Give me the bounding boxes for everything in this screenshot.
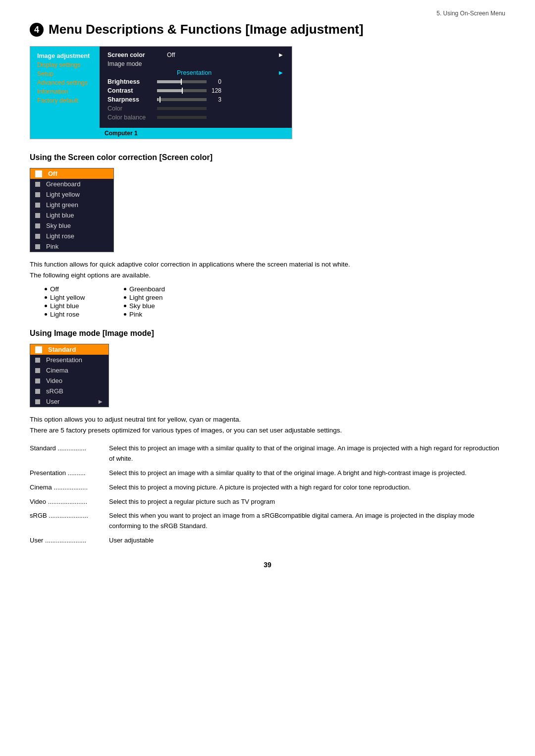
desc-table-row: sRGB ......................Select this w… [30, 511, 505, 532]
page-number: 39 [30, 561, 505, 569]
image-mode-option[interactable]: Presentation [30, 355, 108, 365]
osd-menu-diagram: Image adjustmentDisplay settingsSetupAdv… [30, 46, 292, 139]
osd-row: Color balance [107, 114, 284, 121]
header-text: 5. Using On-Screen Menu [436, 10, 505, 17]
screen-color-option[interactable]: Light green [30, 200, 113, 210]
osd-sidebar-item: Factory default [37, 96, 93, 105]
screen-color-option[interactable]: Light rose [30, 231, 113, 241]
title-bullet: 4 [30, 23, 44, 37]
image-mode-desc-table: Standard ................Select this to … [30, 443, 505, 545]
osd-row: Screen colorOff► [107, 52, 284, 58]
screen-color-desc: This function allows for quick adaptive … [30, 259, 505, 280]
title-text: Menu Descriptions & Functions [Image adj… [49, 22, 364, 37]
osd-row: Presentation► [107, 69, 284, 76]
osd-sidebar-item: Information [37, 87, 93, 96]
osd-content: Screen colorOff►Image modePresentation►B… [100, 47, 292, 128]
osd-sidebar: Image adjustmentDisplay settingsSetupAdv… [30, 47, 100, 139]
image-mode-option[interactable]: User► [30, 396, 108, 407]
screen-color-option[interactable]: Light blue [30, 210, 113, 220]
screen-color-bullet-list: OffGreenboardLight yellowLight greenLigh… [45, 285, 505, 318]
osd-sidebar-item: Advanced settings [37, 78, 93, 87]
screen-color-option[interactable]: Greenboard [30, 179, 113, 189]
image-mode-option[interactable]: Video [30, 376, 108, 386]
osd-row: Sharpness 3 [107, 96, 284, 103]
image-mode-desc: This option allows you to adjust neutral… [30, 414, 505, 435]
desc-table-row: Cinema ...................Select this to… [30, 483, 505, 493]
desc-table-row: Presentation ..........Select this to pr… [30, 468, 505, 479]
osd-row: Contrast 128 [107, 87, 284, 94]
screen-color-option[interactable]: Light yellow [30, 189, 113, 200]
osd-row: Color [107, 105, 284, 112]
bullet-item: Light yellow [45, 294, 124, 301]
bullet-item: Light green [124, 294, 203, 301]
bullet-item: Greenboard [124, 285, 203, 293]
page-header: 5. Using On-Screen Menu [30, 10, 505, 17]
screen-color-option[interactable]: Pink [30, 241, 113, 252]
page-title: 4 Menu Descriptions & Functions [Image a… [30, 22, 505, 37]
screen-color-section-title: Using the Screen color correction [Scree… [30, 153, 505, 162]
desc-table-row: Video ......................Select this … [30, 497, 505, 507]
screen-color-option[interactable]: Off [30, 168, 113, 179]
image-mode-dropdown[interactable]: StandardPresentationCinemaVideosRGBUser► [30, 344, 109, 407]
image-mode-option[interactable]: sRGB [30, 386, 108, 396]
screen-color-option[interactable]: Sky blue [30, 220, 113, 231]
bullet-item: Pink [124, 311, 203, 318]
desc-table-row: User .......................User adjusta… [30, 536, 505, 546]
screen-color-dropdown[interactable]: OffGreenboardLight yellowLight greenLigh… [30, 168, 114, 252]
osd-sidebar-item: Display settings [37, 60, 93, 69]
bullet-item: Sky blue [124, 302, 203, 310]
image-mode-option[interactable]: Cinema [30, 365, 108, 376]
image-mode-section-title: Using Image mode [Image mode] [30, 329, 505, 338]
osd-row: Image mode [107, 60, 284, 67]
osd-sidebar-item: Image adjustment [37, 52, 93, 60]
bullet-item: Light rose [45, 311, 124, 318]
desc-table-row: Standard ................Select this to … [30, 443, 505, 464]
osd-sidebar-item: Setup [37, 69, 93, 78]
bullet-item: Light blue [45, 302, 124, 310]
image-mode-option[interactable]: Standard [30, 344, 108, 355]
osd-bottom: Computer 1 [100, 128, 292, 139]
bullet-item: Off [45, 285, 124, 293]
osd-row: Brightness 0 [107, 78, 284, 85]
